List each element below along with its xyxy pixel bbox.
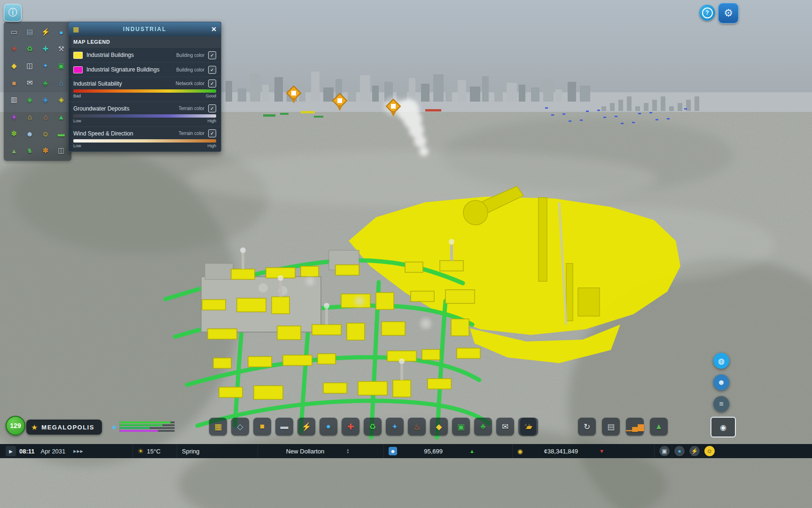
population-segment[interactable]: ☻ 95,699 ▲ [383,444,479,458]
commercial-icon[interactable]: ⌂ [55,77,67,88]
close-icon[interactable]: ✕ [211,25,217,33]
agriculture-icon[interactable]: ✽ [8,128,20,139]
photo-mode-icon[interactable]: ▲ [650,418,668,436]
water-mini-icon[interactable]: ● [674,446,685,456]
electricity-icon[interactable]: ⚡ [297,418,315,436]
billboard-icon[interactable]: ▤ [24,26,35,38]
garbage-icon[interactable]: ♻ [24,43,35,55]
xp-progress-bar [119,424,175,426]
water-icon[interactable]: ● [55,26,67,38]
camera-icon: ◉ [720,423,726,432]
legend-label: Groundwater Deposits [73,105,175,112]
healthcare-icon[interactable]: ✚ [342,418,359,436]
suitability-gradient-bar [73,89,216,93]
statistics-icon[interactable]: ▁▄▆ [626,418,644,436]
tourism-icon[interactable]: ■ [8,77,20,88]
bulldozer-slot: ▰ [520,418,538,436]
city-selector[interactable]: ▴ ▾ [347,448,349,454]
roads-icon[interactable]: ▬ [275,418,293,436]
electricity-icon[interactable]: ⚡ [40,26,51,38]
happiness-mini-icon[interactable]: ☺ [704,446,715,456]
legend-checkbox[interactable]: ✓ [208,79,216,87]
education-icon[interactable]: ✦ [40,60,51,71]
administration-icon[interactable]: ◫ [24,60,35,71]
transport-icon[interactable]: ▣ [55,60,67,71]
police-icon[interactable]: ◆ [430,418,448,436]
xp-progress: ◆ [112,421,175,432]
zoning-icon[interactable]: ▦ [209,418,227,436]
parks-icon[interactable]: ♣ [40,77,51,88]
overlay-green-icon[interactable]: ◈ [24,94,35,105]
settings-button[interactable]: ⚙ [718,3,739,24]
overlay-blue-icon[interactable]: ◈ [40,94,51,105]
journal-button[interactable]: ≡ [713,396,729,412]
harvest-icon[interactable]: ✽ [40,145,51,156]
garbage-icon[interactable]: ♻ [364,418,382,436]
play-button[interactable]: ▶ [6,446,16,456]
coverage-icon[interactable]: ▥ [8,94,20,105]
economy-chart-icon[interactable]: ▲ [55,111,67,122]
speed-control[interactable]: ▶▶▶ [73,449,83,453]
landmarks-icon[interactable]: ◫ [55,145,67,156]
hazard-icon[interactable]: ✳ [8,43,20,55]
maintenance-icon[interactable]: ⚒ [55,43,67,55]
fire-rescue-icon[interactable]: ♨ [408,418,426,436]
camera-button[interactable]: ◉ [710,417,736,437]
police-shield-icon[interactable]: ◆ [8,60,20,71]
chevron-down-icon: ▾ [347,451,349,454]
groundwater-gradient-bar [73,114,216,118]
water-sewage-icon[interactable]: ● [320,418,337,436]
transit-mini-icon[interactable]: ▣ [659,446,670,456]
healthcare-icon[interactable]: ✚ [40,43,51,55]
transportation-icon[interactable]: ▣ [452,418,470,436]
bulldozer-icon[interactable]: ▰ [520,418,538,436]
residential-icon[interactable]: ⌂ [24,111,35,122]
game-screen: ⓘ ? ⚙ ▭▤⚡●✳♻✚⚒◆◫✦▣■✉♣⌂▥◈◈◈◈⌂⌂▲✽☻☺▬▲♞✽◫ ▦… [0,0,812,508]
chirper-icon[interactable]: ✉ [24,77,35,88]
trophy-icon: ★ [31,423,38,432]
power-mini-icon[interactable]: ⚡ [689,446,700,456]
industrial-legend-panel: ▦ INDUSTRIAL ✕ MAP LEGEND Industrial Bui… [68,22,221,152]
overlay-purple-icon[interactable]: ◈ [8,111,20,122]
help-button[interactable]: ? [699,5,715,21]
legend-checkbox[interactable]: ✓ [208,129,216,137]
parks-recreation-icon[interactable]: ♣ [474,418,492,436]
legend-row: Industrial Signature Buildings Building … [69,62,221,77]
monitor-icon[interactable]: ▭ [8,26,20,38]
population-trend-icon: ▲ [469,448,475,454]
info-icon: ⓘ [8,7,17,19]
areas-icon[interactable]: ◇ [231,418,249,436]
xp-progress-bar [119,427,175,429]
milestone-button[interactable]: ★ MEGALOPOLIS [26,420,102,435]
legend-checkbox[interactable]: ✓ [208,104,216,112]
legend-type-label: Building color [176,53,204,58]
map-globe-button[interactable]: ◍ [713,353,729,369]
communications-icon[interactable]: ✉ [496,418,514,436]
info-button[interactable]: ⓘ [4,4,22,22]
overlay-yellow-icon[interactable]: ◈ [55,94,67,105]
follow-citizen-button[interactable]: ☻ [713,374,729,390]
side-quick-buttons: ◍☻≡ [713,353,729,412]
housing-icon[interactable]: ⌂ [40,111,51,122]
legend-checkbox[interactable]: ✓ [208,66,216,74]
money-icon[interactable]: ▬ [55,128,67,139]
color-swatch [73,52,83,59]
legend-checkbox[interactable]: ✓ [208,51,216,59]
level-badge[interactable]: 129 [6,416,25,436]
population-icon: ☻ [389,447,397,455]
temperature: 15°C [147,448,161,455]
progression-icon[interactable]: ↻ [578,418,596,436]
question-icon: ? [702,8,713,18]
scale-max-label: Good [206,94,216,98]
legend-header: ▦ INDUSTRIAL ✕ [69,22,221,36]
education-icon[interactable]: ✦ [386,418,404,436]
legend-label: Industrial Buildings [86,52,172,58]
signature-buildings-icon[interactable]: ■ [253,418,271,436]
terrain-icon[interactable]: ▲ [8,145,20,156]
map-overview-icon[interactable]: ▤ [602,418,620,436]
status-bar: ▶ 08:11 Apr 2031 ▶▶▶ ☀ 15°C Spring New D… [0,444,812,458]
money-segment[interactable]: ◉ ¢38,341,849 ▼ [512,444,609,458]
citizens-icon[interactable]: ☻ [24,128,35,139]
happiness-icon[interactable]: ☺ [40,128,51,139]
wildlife-icon[interactable]: ♞ [24,145,35,156]
